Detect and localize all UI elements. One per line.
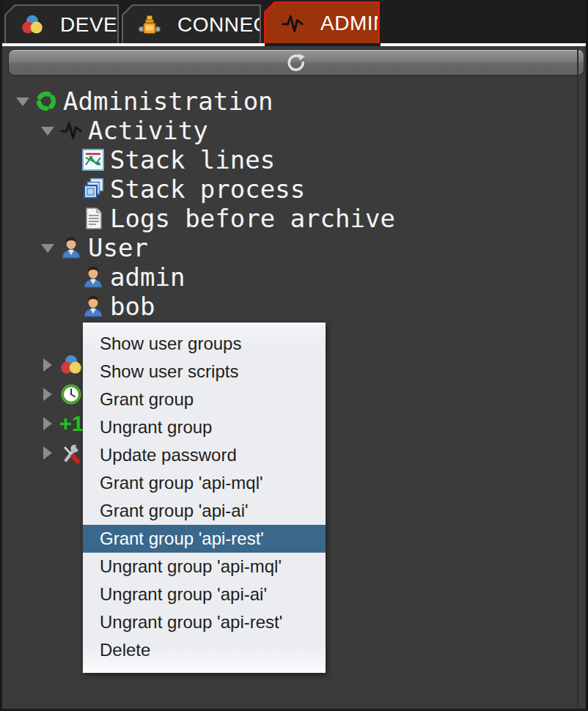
admin-panel: DEVEL CONNECT ADMIN [0, 0, 588, 711]
connector-icon [138, 13, 161, 37]
tab-devel-label: DEVEL [60, 13, 129, 37]
menu-item-grant-group[interactable]: Grant group [83, 386, 326, 413]
tree-label: Activity [88, 116, 208, 145]
refresh-icon [285, 52, 307, 74]
tree-label: admin [110, 262, 185, 292]
user-context-menu: Show user groups Show user scripts Grant… [83, 323, 326, 673]
menu-item-grant-api-mql[interactable]: Grant group 'api-mql' [83, 469, 326, 497]
document-icon [81, 207, 105, 230]
tree-label: Logs before archive [110, 204, 395, 233]
collapse-arrow-icon[interactable] [15, 94, 30, 108]
person-icon [59, 236, 83, 259]
tree-label: bob [110, 292, 155, 321]
tree-row-admin-user[interactable]: admin [2, 262, 581, 292]
tree-row-stack-process[interactable]: Stack process [2, 174, 581, 204]
menu-item-update-password[interactable]: Update password [83, 441, 326, 469]
green-ring-icon [34, 89, 58, 113]
menu-item-show-user-groups[interactable]: Show user groups [83, 330, 326, 358]
menu-item-ungrant-group[interactable]: Ungrant group [83, 413, 326, 441]
line-chart-icon [81, 148, 105, 172]
palette-circles-icon [21, 13, 44, 37]
menu-item-grant-api-rest[interactable]: Grant group 'api-rest' [83, 525, 326, 553]
tab-bar: DEVEL CONNECT ADMIN [2, 0, 588, 46]
pulse-icon [281, 12, 304, 35]
clock-icon [59, 383, 83, 406]
tree-row-logs-before-archive[interactable]: Logs before archive [2, 204, 581, 233]
person-icon [81, 295, 105, 318]
tree-label: Administration [63, 86, 273, 116]
tree-row-user[interactable]: User [2, 233, 581, 262]
menu-item-grant-api-ai[interactable]: Grant group 'api-ai' [83, 497, 326, 525]
tab-underline-right [381, 43, 588, 46]
layers-icon [81, 177, 105, 201]
palette-circles-icon [59, 353, 83, 377]
tab-connect[interactable]: CONNECT [122, 4, 261, 43]
tab-underline-left [2, 43, 265, 46]
menu-item-ungrant-api-mql[interactable]: Ungrant group 'api-mql' [83, 553, 326, 581]
menu-item-delete[interactable]: Delete [83, 636, 326, 664]
expand-arrow-icon[interactable] [40, 387, 55, 402]
refresh-button[interactable] [8, 49, 584, 76]
collapse-arrow-icon[interactable] [40, 123, 55, 138]
tree-label: Stack lines [110, 145, 275, 174]
expand-arrow-icon[interactable] [40, 416, 55, 431]
pulse-icon [59, 119, 83, 142]
panel-edge-divider [577, 46, 578, 709]
tab-devel[interactable]: DEVEL [4, 4, 119, 43]
tree-label: Stack process [110, 174, 305, 204]
tools-icon [59, 441, 83, 465]
person-icon [81, 265, 105, 289]
tree-label: User [88, 233, 148, 262]
menu-item-ungrant-api-ai[interactable]: Ungrant group 'api-ai' [83, 581, 326, 608]
expand-arrow-icon[interactable] [40, 358, 55, 372]
collapse-arrow-icon[interactable] [40, 240, 55, 255]
tree-row-activity[interactable]: Activity [2, 116, 581, 145]
tree-row-bob-user[interactable]: bob [2, 292, 581, 321]
tree-row-administration[interactable]: Administration [2, 86, 581, 116]
menu-item-ungrant-api-rest[interactable]: Ungrant group 'api-rest' [83, 608, 326, 636]
tab-admin[interactable]: ADMIN [264, 1, 380, 43]
expand-arrow-icon[interactable] [40, 446, 55, 460]
menu-item-show-user-scripts[interactable]: Show user scripts [83, 358, 326, 386]
tree-row-stack-lines[interactable]: Stack lines [2, 145, 581, 174]
